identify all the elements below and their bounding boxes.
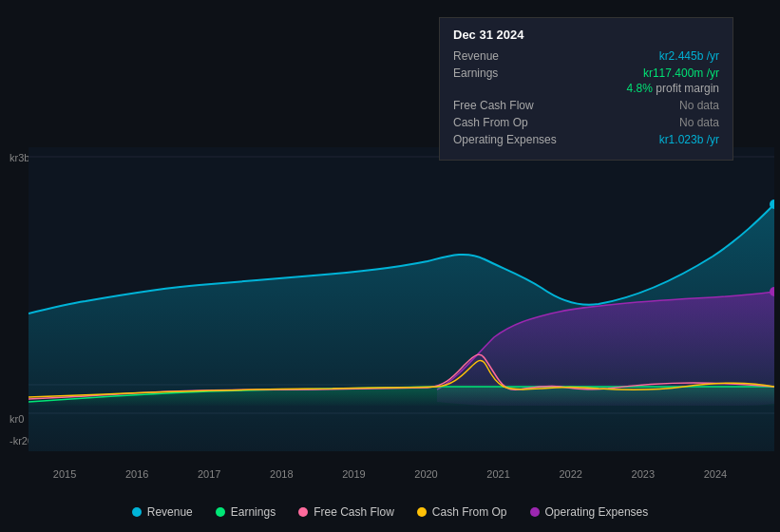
legend-dot-fcf <box>298 507 308 517</box>
legend-item-fcf[interactable]: Free Cash Flow <box>298 505 394 519</box>
legend-label-cashfromop: Cash From Op <box>432 505 507 519</box>
tooltip-row-cashfromop: Cash From Op No data <box>453 116 719 129</box>
chart-area <box>29 147 774 451</box>
tooltip-box: Dec 31 2024 Revenue kr2.445b /yr Earning… <box>439 17 733 161</box>
x-label-2022: 2022 <box>559 468 581 480</box>
legend-label-opex: Operating Expenses <box>545 505 649 519</box>
legend-dot-cashfromop <box>417 507 427 517</box>
x-label-2015: 2015 <box>53 468 76 480</box>
chart-container: Dec 31 2024 Revenue kr2.445b /yr Earning… <box>0 0 780 532</box>
legend-dot-earnings <box>216 507 225 517</box>
profit-margin-row: 4.8% profit margin <box>453 82 719 95</box>
chart-svg <box>29 147 774 451</box>
legend-item-opex[interactable]: Operating Expenses <box>530 505 649 519</box>
tooltip-row-earnings: Earnings kr117.400m /yr <box>453 66 719 80</box>
legend-label-earnings: Earnings <box>231 505 276 519</box>
legend-item-revenue[interactable]: Revenue <box>132 505 193 519</box>
tooltip-date: Dec 31 2024 <box>453 28 719 42</box>
legend-dot-opex <box>530 507 540 517</box>
legend-dot-revenue <box>132 507 142 517</box>
x-label-2024: 2024 <box>704 468 727 480</box>
y-label-top: kr3b <box>10 152 29 163</box>
legend-item-earnings[interactable]: Earnings <box>216 505 276 519</box>
x-labels: 2015 2016 2017 2018 2019 2020 2021 2022 … <box>0 468 780 480</box>
x-label-2017: 2017 <box>198 468 220 480</box>
x-label-2020: 2020 <box>414 468 437 480</box>
x-label-2019: 2019 <box>342 468 365 480</box>
legend-label-revenue: Revenue <box>147 505 193 519</box>
legend-item-cashfromop[interactable]: Cash From Op <box>417 505 507 519</box>
y-label-mid: kr0 <box>10 413 24 425</box>
x-label-2016: 2016 <box>125 468 148 480</box>
tooltip-row-revenue: Revenue kr2.445b /yr <box>453 49 719 63</box>
legend-label-fcf: Free Cash Flow <box>314 505 394 519</box>
tooltip-row-opex: Operating Expenses kr1.023b /yr <box>453 133 719 146</box>
x-label-2018: 2018 <box>270 468 293 480</box>
tooltip-row-fcf: Free Cash Flow No data <box>453 99 719 112</box>
x-label-2021: 2021 <box>486 468 509 480</box>
x-label-2023: 2023 <box>632 468 655 480</box>
legend: Revenue Earnings Free Cash Flow Cash Fro… <box>0 505 780 519</box>
